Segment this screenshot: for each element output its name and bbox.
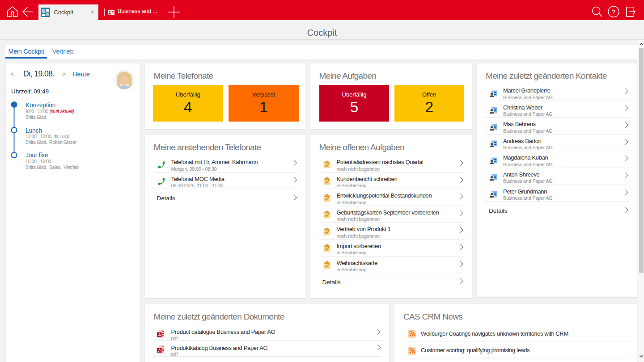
svg-text:?: ? bbox=[612, 8, 615, 16]
